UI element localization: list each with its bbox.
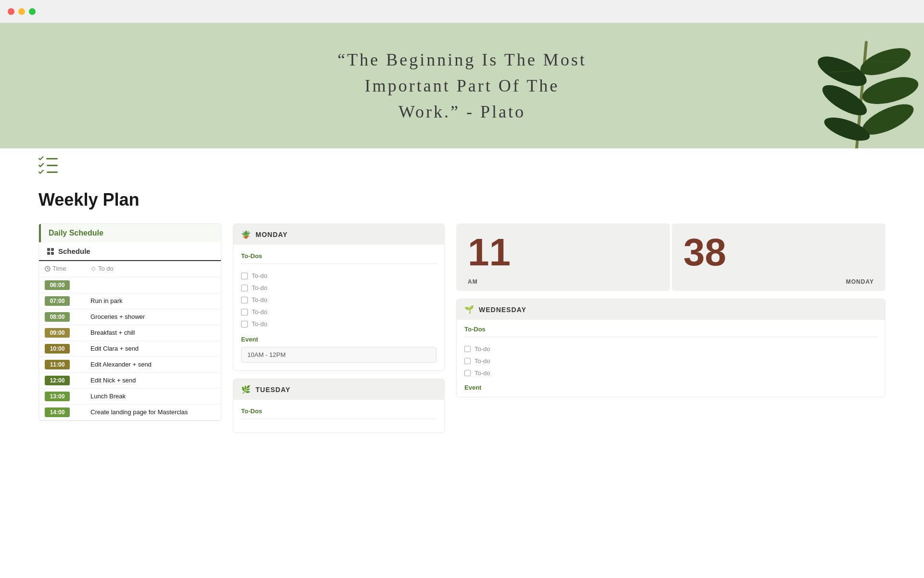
schedule-text: Schedule [58, 247, 90, 255]
table-row: 09:00 Breakfast + chill [39, 325, 221, 341]
clock-hours-card: 11 AM [456, 223, 670, 291]
tuesday-section: 🌿 TUESDAY To-Dos [233, 379, 445, 433]
todo-text: To-do [252, 308, 268, 315]
time-badge: 06:00 [45, 280, 70, 290]
clock-hours: 11 [468, 233, 658, 272]
todo-checkbox[interactable] [241, 309, 248, 315]
monday-event-section: Event [241, 336, 436, 363]
minimize-button[interactable] [18, 8, 25, 15]
time-cell: 13:00 [39, 388, 85, 404]
todo-checkbox[interactable] [241, 273, 248, 279]
clock-day: MONDAY [846, 278, 874, 285]
checklist-icon [38, 156, 58, 174]
clock-minutes: 38 [683, 233, 874, 272]
svg-point-3 [860, 72, 921, 109]
time-badge: 12:00 [45, 376, 70, 385]
table-row: 14:00 Create landing page for Masterclas [39, 404, 221, 420]
table-row: 10:00 Edit Clara + send [39, 341, 221, 356]
browser-chrome [0, 0, 924, 23]
tuesday-emoji: 🌿 [241, 385, 251, 394]
todo-item: To-do [241, 318, 436, 330]
time-badge: 08:00 [45, 312, 70, 322]
clock-minutes-card: 38 MONDAY [672, 223, 886, 291]
time-cell: 11:00 [39, 356, 85, 372]
schedule-label: Schedule [39, 242, 221, 261]
todo-item: To-do [241, 306, 436, 318]
wed-todo-item: To-do [464, 343, 877, 355]
close-button[interactable] [8, 8, 14, 15]
task-cell: Run in park [85, 293, 221, 309]
svg-rect-9 [47, 248, 50, 251]
todo-item: To-do [241, 282, 436, 294]
time-badge: 11:00 [45, 360, 70, 369]
wed-todo-item: To-do [464, 355, 877, 367]
todo-item: To-do [241, 294, 436, 306]
time-badge: 09:00 [45, 328, 70, 338]
monday-day: MONDAY [256, 231, 288, 238]
grid-icon [47, 248, 54, 255]
wednesday-section: 🌱 WEDNESDAY To-Dos To-doTo-doTo-do Event [456, 299, 886, 397]
wed-checkbox[interactable] [464, 358, 471, 364]
page-title: Weekly Plan [38, 190, 886, 210]
wed-todo-text: To-do [475, 345, 490, 353]
todo-column-header: To do [85, 261, 221, 277]
time-cell: 06:00 [39, 277, 85, 293]
time-cell: 14:00 [39, 404, 85, 420]
wednesday-emoji: 🌱 [464, 305, 474, 314]
todo-item: To-do [241, 270, 436, 282]
sidebar-title: Daily Schedule [49, 229, 103, 237]
table-row: 08:00 Groceries + shower [39, 309, 221, 325]
todo-text: To-do [252, 284, 268, 291]
maximize-button[interactable] [29, 8, 36, 15]
hero-quote: “The Beginning Is The Most Important Par… [337, 47, 586, 125]
schedule-table: Time To do 06:00 [39, 261, 221, 420]
time-cell: 12:00 [39, 372, 85, 388]
monday-event-label: Event [241, 336, 436, 343]
time-cell: 09:00 [39, 325, 85, 341]
traffic-lights [8, 8, 36, 15]
time-badge: 13:00 [45, 392, 70, 401]
task-cell [85, 277, 221, 293]
main-content: Weekly Plan Daily Schedule Schedule [0, 174, 924, 456]
wed-todo-text: To-do [475, 357, 490, 365]
wednesday-header: 🌱 WEDNESDAY [457, 299, 885, 320]
task-cell: Groceries + shower [85, 309, 221, 325]
wednesday-todos-label: To-Dos [464, 326, 877, 333]
svg-rect-10 [51, 248, 54, 251]
time-column-header: Time [39, 261, 85, 277]
time-badge: 14:00 [45, 407, 70, 417]
task-cell: Lunch Break [85, 388, 221, 404]
sidebar: Daily Schedule Schedule [38, 223, 221, 421]
wed-checkbox[interactable] [464, 346, 471, 352]
monday-todos-label: To-Dos [241, 252, 436, 260]
wed-todo-item: To-do [464, 367, 877, 379]
time-cell: 07:00 [39, 293, 85, 309]
todo-text: To-do [252, 272, 268, 279]
table-row: 06:00 [39, 277, 221, 293]
task-cell: Edit Nick + send [85, 372, 221, 388]
todo-checkbox[interactable] [241, 285, 248, 291]
svg-line-15 [48, 269, 49, 270]
tuesday-todos-label: To-Dos [241, 407, 436, 415]
app-icon-area [0, 148, 924, 174]
todo-checkbox[interactable] [241, 297, 248, 303]
wed-todo-text: To-do [475, 369, 490, 377]
clock-section: 11 AM 38 MONDAY [456, 223, 886, 291]
wednesday-event-label: Event [464, 384, 877, 391]
wed-checkbox[interactable] [464, 370, 471, 376]
middle-column: 🪴 MONDAY To-Dos To-doTo-doTo-doTo-doTo-d… [233, 223, 445, 441]
table-row: 12:00 Edit Nick + send [39, 372, 221, 388]
time-badge: 07:00 [45, 296, 70, 306]
tuesday-header: 🌿 TUESDAY [233, 379, 444, 400]
todo-checkbox[interactable] [241, 321, 248, 328]
svg-point-6 [821, 113, 873, 145]
table-row: 11:00 Edit Alexander + send [39, 356, 221, 372]
todo-text: To-do [252, 296, 268, 303]
plant-decoration [760, 23, 924, 148]
sun-icon [90, 266, 96, 272]
monday-event-input[interactable] [241, 347, 436, 363]
time-cell: 08:00 [39, 309, 85, 325]
monday-todos: To-doTo-doTo-doTo-doTo-do [241, 270, 436, 330]
monday-header: 🪴 MONDAY [233, 224, 444, 245]
monday-emoji: 🪴 [241, 230, 251, 239]
